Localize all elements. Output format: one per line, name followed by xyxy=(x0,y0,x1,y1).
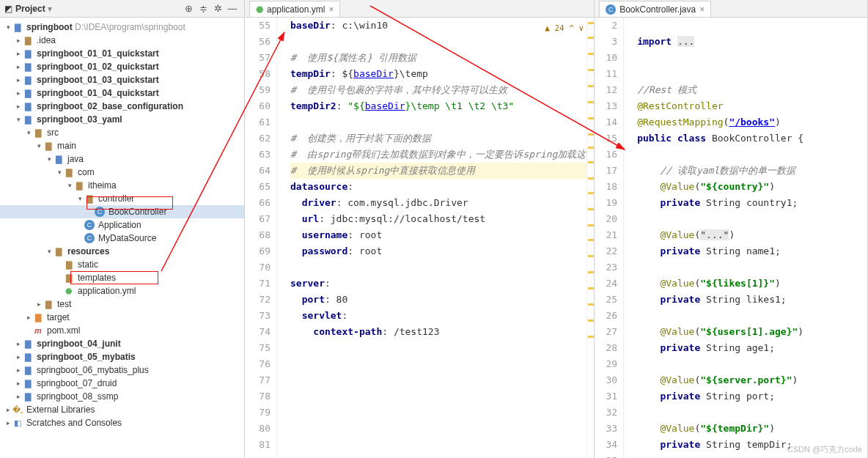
tree-row[interactable]: ▸▇springboot_01_01_quickstart xyxy=(0,47,244,60)
close-icon[interactable]: × xyxy=(328,4,334,15)
project-header: ◩ Project ▾ ⊕ ≑ ✲ — xyxy=(0,0,244,18)
tree-row[interactable]: ▇static xyxy=(0,258,244,271)
tree-row[interactable]: ▸▇springboot_05_mybatis xyxy=(0,350,244,363)
project-tree[interactable]: ▾▇springboot D:\IDEA\program\springboot … xyxy=(0,18,244,458)
tree-row[interactable]: ▸▇springboot_07_druid xyxy=(0,377,244,390)
tree-row[interactable]: CMyDataSource xyxy=(0,232,244,245)
marker-strip-left[interactable] xyxy=(586,18,594,458)
warning-badge[interactable]: ▲ 24 ^ ∨ xyxy=(545,21,584,37)
tab-label: application.yml xyxy=(267,4,325,15)
tab-application-yml[interactable]: ⬣ application.yml × xyxy=(249,1,340,17)
tree-row[interactable]: mpom.xml xyxy=(0,324,244,337)
tabbar-left: ⬣ application.yml × xyxy=(245,0,594,18)
tree-row[interactable]: ▾▇java xyxy=(0,152,244,166)
tree-row[interactable]: ▾▇main xyxy=(0,139,244,152)
watermark: CSDN @巧克力code xyxy=(787,444,862,455)
tab-bookcontroller[interactable]: C BookController.java × xyxy=(599,1,711,17)
tree-row[interactable]: ▸▇target xyxy=(0,311,244,324)
project-dropdown-icon[interactable]: ▾ xyxy=(48,4,52,14)
tree-row[interactable]: ▾▇springboot D:\IDEA\program\springboot xyxy=(0,21,244,34)
close-icon[interactable]: × xyxy=(699,4,705,15)
tree-row[interactable]: ▇templates xyxy=(0,271,244,284)
tree-row[interactable]: ▸▇springboot_02_base_configuration xyxy=(0,100,244,113)
editor-left[interactable]: baseDir: c:\win10 # 使用${属性名} 引用数据tempDir… xyxy=(277,18,586,458)
tab-label: BookController.java xyxy=(619,4,696,15)
tree-row[interactable]: ▸▇springboot_01_02_quickstart xyxy=(0,60,244,73)
gutter-right: 2310111213141516171819202122232425262728… xyxy=(595,18,624,458)
tree-row[interactable]: ▸▇springboot_01_04_quickstart xyxy=(0,86,244,100)
tree-row[interactable]: ▾▇controller xyxy=(0,192,244,205)
tree-row[interactable]: CBookController xyxy=(0,205,244,218)
project-collapse-icon[interactable]: ◩ xyxy=(4,4,12,14)
project-panel: ◩ Project ▾ ⊕ ≑ ✲ — ▾▇springboot D:\IDEA… xyxy=(0,0,245,458)
settings-icon[interactable]: ✲ xyxy=(210,2,225,15)
gutter-left: 5556575859606162636465666768697071727374… xyxy=(245,18,277,458)
hide-icon[interactable]: — xyxy=(225,2,240,15)
tree-row[interactable]: CApplication xyxy=(0,218,244,232)
tree-row[interactable]: ▸▇springboot_04_junit xyxy=(0,337,244,350)
java-class-icon: C xyxy=(606,4,616,15)
project-title: Project xyxy=(15,4,45,14)
tree-row[interactable]: ▾▇com xyxy=(0,166,244,179)
tree-row[interactable]: ▸▇springboot_01_03_quickstart xyxy=(0,73,244,86)
yml-icon: ⬣ xyxy=(256,4,263,15)
tree-row[interactable]: ▸▇springboot_08_ssmp xyxy=(0,390,244,403)
tree-row[interactable]: ▸▇test xyxy=(0,298,244,311)
tree-row[interactable]: ▸�„External Libraries xyxy=(0,403,244,416)
tree-row[interactable]: ⬣application.yml xyxy=(0,284,244,298)
locate-icon[interactable]: ⊕ xyxy=(181,2,196,15)
tree-row[interactable]: ▸◧Scratches and Consoles xyxy=(0,416,244,429)
editor-right[interactable]: import ... //Rest 模式@RestController@Requ… xyxy=(624,18,867,458)
tabbar-right: C BookController.java × xyxy=(595,0,867,18)
tree-row[interactable]: ▸▇springboot_06_mybatis_plus xyxy=(0,363,244,377)
tree-row[interactable]: ▾▇itheima xyxy=(0,179,244,192)
tree-row[interactable]: ▾▇resources xyxy=(0,245,244,258)
expand-icon[interactable]: ≑ xyxy=(196,2,210,15)
tree-row[interactable]: ▾▇springboot_03_yaml xyxy=(0,113,244,126)
tree-row[interactable]: ▾▇src xyxy=(0,126,244,139)
tree-row[interactable]: ▸▇.idea xyxy=(0,34,244,47)
